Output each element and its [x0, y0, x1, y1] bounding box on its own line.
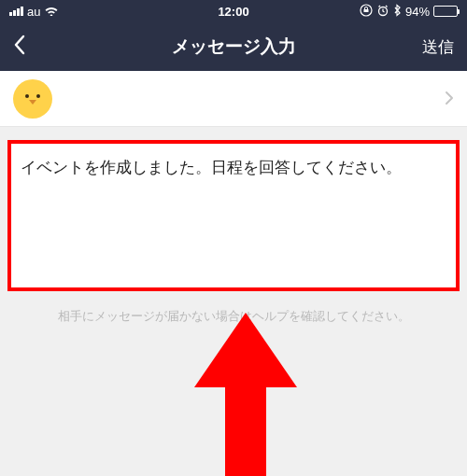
wifi-icon	[44, 4, 59, 19]
orientation-lock-icon	[360, 4, 373, 20]
status-left: au	[9, 4, 59, 19]
avatar	[13, 79, 52, 119]
send-button[interactable]: 送信	[407, 36, 454, 58]
carrier-label: au	[27, 5, 40, 19]
help-text: 相手にメッセージが届かない場合はヘルプを確認してください。	[7, 308, 460, 325]
chevron-right-icon	[445, 87, 454, 111]
battery-pct: 94%	[405, 5, 430, 19]
status-bar: au 12:00 94%	[0, 0, 467, 22]
recipient-row[interactable]	[0, 71, 467, 127]
section-gap	[0, 127, 467, 140]
page-title: メッセージ入力	[60, 35, 407, 59]
battery-icon	[433, 6, 458, 17]
message-input[interactable]: イベントを作成しました。日程を回答してください。	[7, 140, 460, 291]
annotation-arrow-icon	[190, 313, 302, 476]
bluetooth-icon	[393, 4, 402, 20]
message-text: イベントを作成しました。日程を回答してください。	[21, 159, 402, 176]
signal-icon	[9, 7, 23, 16]
message-section: イベントを作成しました。日程を回答してください。 相手にメッセージが届かない場合…	[7, 140, 460, 325]
status-time: 12:00	[218, 5, 248, 19]
status-right: 94%	[360, 4, 458, 20]
nav-bar: メッセージ入力 送信	[0, 22, 467, 71]
back-button[interactable]	[13, 33, 60, 62]
alarm-icon	[376, 4, 389, 20]
